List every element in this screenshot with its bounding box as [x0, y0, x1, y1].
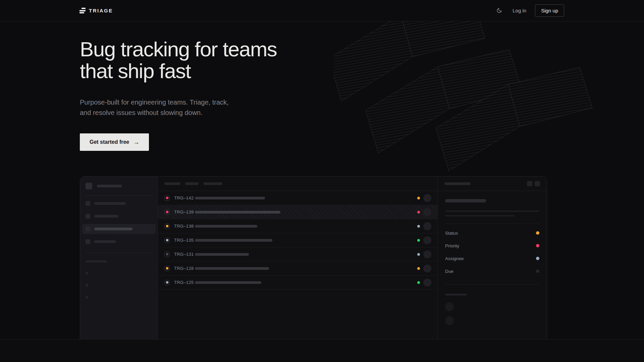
issue-list: TRG–142 TRG–139 TRG–138 TRG–135 TRG–131 [158, 191, 437, 290]
issue-checkbox [164, 266, 170, 271]
workspace-avatar-skeleton [86, 183, 92, 189]
issue-avatar [423, 194, 431, 202]
issue-avatar [423, 236, 431, 244]
issue-row: TRG–138 [158, 219, 437, 233]
issue-status-dot [417, 253, 420, 256]
issue-type-dot [166, 253, 168, 255]
sidebar-item-skeleton [82, 211, 156, 221]
detail-field-row: Status [445, 227, 539, 239]
issue-id: TRG–131 [174, 252, 195, 257]
app-mockup-card: TRG–142 TRG–139 TRG–138 TRG–135 TRG–131 [80, 176, 547, 339]
arrow-right-icon: → [133, 139, 139, 146]
issue-avatar [423, 279, 431, 287]
sidebar-divider [85, 195, 153, 196]
detail-field-value-dot [536, 244, 539, 247]
footer-band [0, 339, 644, 362]
avatar-skeleton [445, 316, 454, 325]
sidebar-item-skeleton [82, 198, 156, 208]
issue-avatar [423, 222, 431, 230]
get-started-button[interactable]: Get started free → [80, 133, 149, 151]
detail-title-skeleton [445, 199, 486, 202]
issue-row: TRG–128 [158, 261, 437, 276]
login-link[interactable]: Log in [513, 8, 526, 13]
skeleton-bar [444, 182, 471, 185]
sidebar-workspace-header [86, 183, 152, 189]
sidebar-item-icon-skeleton [86, 227, 90, 231]
hero-title-line1: Bug tracking for teams [80, 38, 277, 61]
triage-bars-icon [79, 8, 86, 13]
issue-title-skeleton [195, 253, 249, 256]
get-started-label: Get started free [90, 139, 129, 145]
skeleton-bar [94, 202, 126, 205]
detail-action-button-skeleton [527, 181, 532, 186]
skeleton-tab [185, 182, 199, 185]
detail-field-row: Priority [445, 239, 539, 252]
detail-header-actions [527, 181, 540, 186]
sidebar-item-skeleton [82, 237, 156, 247]
issue-type-dot [166, 281, 168, 284]
issue-checkbox [164, 195, 170, 201]
issue-type-dot [166, 239, 168, 241]
detail-field-value-dot [536, 257, 539, 260]
issue-row: TRG–139 [158, 205, 437, 219]
issue-checkbox [164, 238, 170, 243]
skeleton-tab [164, 182, 180, 185]
issue-list-header [158, 177, 437, 191]
detail-field-value-dot [536, 269, 539, 273]
sidebar-divider [85, 253, 153, 253]
skeleton-bar [86, 260, 107, 262]
brand-name: TRIAGE [89, 8, 113, 13]
issue-avatar [423, 208, 431, 216]
issue-avatar [423, 250, 431, 258]
issue-title-skeleton [195, 267, 269, 270]
brand-logo[interactable]: TRIAGE [79, 8, 113, 13]
detail-panel-body: Status Priority Assignee Due [438, 191, 547, 325]
detail-fields: Status Priority Assignee Due [445, 227, 539, 278]
issue-checkbox [164, 252, 170, 257]
skeleton-bar [94, 240, 116, 243]
detail-field-value-dot [536, 231, 539, 235]
issue-id: TRG–142 [174, 195, 195, 200]
issue-id: TRG–138 [174, 224, 195, 229]
issue-status-dot [417, 211, 420, 214]
moon-icon [496, 8, 502, 13]
detail-field-row: Assignee [445, 252, 539, 265]
issue-row: TRG–131 [158, 247, 437, 261]
skeleton-dot [86, 284, 88, 287]
signup-button[interactable]: Sign up [535, 4, 564, 17]
issue-status-dot [417, 281, 420, 284]
sidebar-item-icon-skeleton [86, 214, 90, 219]
hero-section: Bug tracking for teams that ship fast Pu… [0, 21, 644, 339]
issue-status-dot [417, 239, 420, 242]
issue-id: TRG–139 [174, 209, 195, 215]
issue-type-dot [166, 225, 168, 227]
top-nav: TRIAGE Log in Sign up [0, 0, 644, 21]
detail-field-label: Priority [445, 243, 459, 248]
issue-title-skeleton [195, 197, 265, 199]
detail-field-label: Due [445, 269, 453, 274]
issue-row: TRG–125 [158, 276, 437, 290]
issue-list-panel: TRG–142 TRG–139 TRG–138 TRG–135 TRG–131 [158, 177, 437, 339]
issue-id: TRG–125 [174, 280, 195, 285]
issue-row: TRG–135 [158, 233, 437, 247]
issue-status-dot [417, 267, 420, 270]
issue-row: TRG–142 [158, 191, 437, 205]
detail-action-button-skeleton [535, 181, 540, 186]
issue-id: TRG–128 [174, 266, 195, 271]
detail-field-row: Due [445, 265, 539, 278]
skeleton-dot [86, 272, 88, 275]
detail-divider [445, 285, 539, 285]
theme-toggle[interactable] [494, 6, 504, 15]
issue-title-skeleton [195, 211, 280, 214]
detail-field-label: Assignee [445, 256, 464, 261]
sidebar-item-icon-skeleton [86, 239, 90, 244]
avatar-skeleton [445, 302, 454, 311]
issue-type-dot [166, 211, 168, 213]
issue-type-dot [166, 267, 168, 269]
hero-title-line2: that ship fast [80, 59, 191, 82]
nav-actions: Log in Sign up [494, 4, 564, 17]
hero-title: Bug tracking for teams that ship fast [80, 38, 277, 82]
issue-type-dot [166, 197, 168, 199]
issue-checkbox [164, 224, 170, 229]
skeleton-tab [203, 182, 222, 185]
